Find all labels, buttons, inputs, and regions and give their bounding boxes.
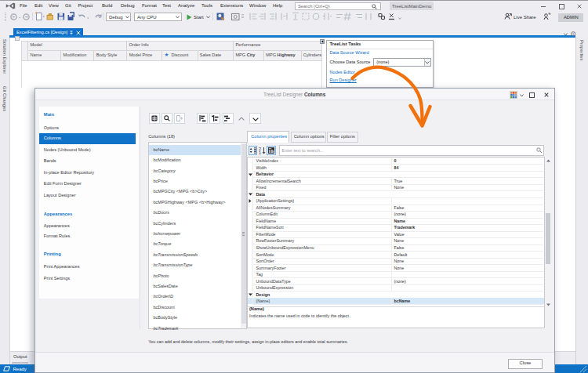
svg-text:1: 1 [259, 150, 261, 155]
